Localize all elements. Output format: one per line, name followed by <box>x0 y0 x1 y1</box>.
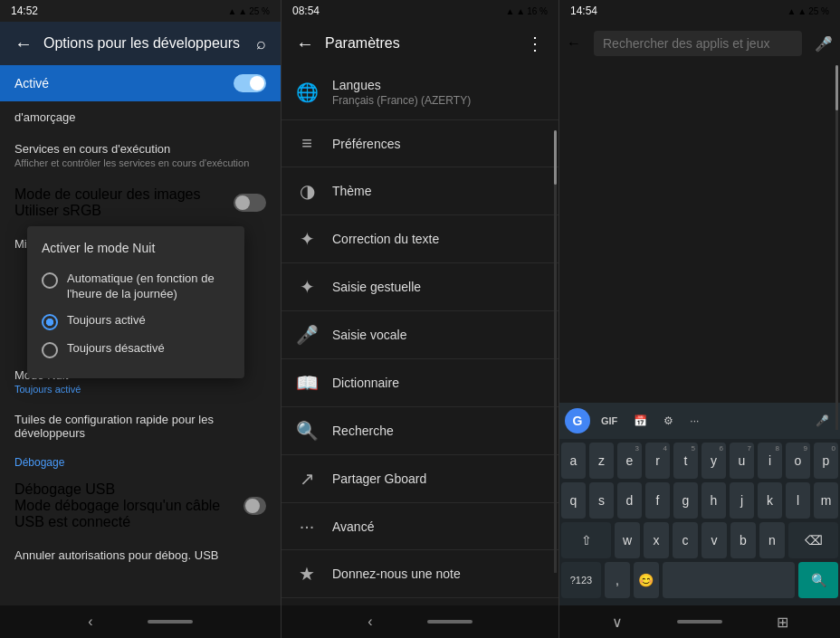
key-comma[interactable]: , <box>605 562 630 598</box>
key-m[interactable]: m <box>814 482 838 519</box>
gif-btn[interactable]: GIF <box>596 412 623 430</box>
active-item[interactable]: Activé <box>0 65 281 101</box>
back-nav-1[interactable]: ‹ <box>88 614 92 630</box>
nav-bar-1: ‹ <box>0 605 281 638</box>
key-d[interactable]: d <box>617 482 642 519</box>
radio-toujours-desactive[interactable]: Toujours désactivé <box>42 336 230 364</box>
langues-text: Langues Français (France) (AZERTY) <box>332 78 471 107</box>
key-x[interactable]: x <box>644 522 669 558</box>
search-input[interactable] <box>603 36 793 51</box>
avance-main: Avancé <box>332 519 374 534</box>
list-item-avance[interactable]: ··· Avancé <box>282 503 558 550</box>
dialog-night-mode: Activer le mode Nuit Automatique (en fon… <box>27 226 244 378</box>
setting-debogage-usb[interactable]: Débogage USB Mode débogage lorsqu'un câb… <box>0 472 281 539</box>
search-bar[interactable] <box>594 31 802 56</box>
list-item-donnez[interactable]: ★ Donnez-nous une note <box>282 550 558 598</box>
menu-icon-2[interactable]: ⋮ <box>519 25 551 62</box>
scrollbar-3[interactable] <box>835 65 838 430</box>
mic-btn[interactable]: 🎤 <box>810 411 835 431</box>
key-b[interactable]: b <box>730 522 756 558</box>
back-nav-2[interactable]: ‹ <box>368 614 372 630</box>
list-item-saisie-vocale[interactable]: 🎤 Saisie vocale <box>282 311 558 359</box>
radio-circle-1[interactable] <box>42 314 58 330</box>
toggle-mode-couleur[interactable] <box>234 194 266 212</box>
key-space[interactable] <box>663 562 795 598</box>
list-item-recherche[interactable]: 🔍 Recherche <box>282 407 558 455</box>
key-k[interactable]: k <box>758 482 782 519</box>
setting-damorçage[interactable]: d'amorçage <box>0 101 281 133</box>
key-t[interactable]: t5 <box>673 443 698 479</box>
key-j[interactable]: j <box>730 482 754 519</box>
mic-icon-search[interactable]: 🎤 <box>815 35 833 52</box>
keyboard-toolbar: G GIF 📅 ⚙ ··· 🎤 <box>559 403 840 439</box>
key-g[interactable]: g <box>673 482 698 519</box>
key-backspace[interactable]: ⌫ <box>788 522 838 558</box>
key-n[interactable]: n <box>759 522 785 558</box>
setting-tuiles[interactable]: Tuiles de configuration rapide pour les … <box>0 404 281 449</box>
key-i[interactable]: i8 <box>758 443 782 479</box>
grid-nav[interactable]: ⊞ <box>777 614 788 631</box>
key-r[interactable]: r4 <box>645 443 670 479</box>
key-f[interactable]: f <box>645 482 670 519</box>
list-item-langues[interactable]: 🌐 Langues Français (France) (AZERTY) <box>282 65 558 120</box>
page-title-2: Paramètres <box>325 35 519 52</box>
key-emoji[interactable]: 😊 <box>634 562 659 598</box>
toggle-active[interactable] <box>234 74 266 92</box>
key-l[interactable]: l <box>786 482 810 519</box>
key-o[interactable]: o9 <box>786 443 810 479</box>
calendar-btn[interactable]: 📅 <box>628 411 653 431</box>
key-u[interactable]: u7 <box>730 443 754 479</box>
list-item-partager[interactable]: ↗ Partager Gboard <box>282 455 558 503</box>
key-numeric[interactable]: ?123 <box>561 562 601 598</box>
search-icon-1[interactable]: ⌕ <box>249 27 273 61</box>
saisie-vocale-main: Saisie vocale <box>332 328 407 342</box>
radio-circle-2[interactable] <box>42 342 58 358</box>
correction-main: Correction du texte <box>332 232 439 246</box>
list-item-saisie-gestuelle[interactable]: ✦ Saisie gestuelle <box>282 263 558 311</box>
donnez-icon: ★ <box>296 563 318 585</box>
setting-sub-2: Utiliser sRGB <box>14 203 200 219</box>
dictionnaire-main: Dictionnaire <box>332 376 399 390</box>
key-shift[interactable]: ⇧ <box>561 522 611 558</box>
key-p[interactable]: p0 <box>814 443 838 479</box>
chevron-down-nav[interactable]: ∨ <box>612 614 623 631</box>
list-item-correction[interactable]: ✦ Correction du texte <box>282 215 558 263</box>
toggle-debogage-usb[interactable] <box>243 497 266 515</box>
radio-circle-0[interactable] <box>42 272 58 289</box>
key-h[interactable]: h <box>702 482 726 519</box>
key-a[interactable]: a <box>561 443 586 479</box>
back-button-1[interactable]: ← <box>7 26 40 62</box>
key-y[interactable]: y6 <box>702 443 726 479</box>
partager-text: Partager Gboard <box>332 471 426 486</box>
saisie-gestuelle-text: Saisie gestuelle <box>332 280 421 294</box>
list-item-theme[interactable]: ◑ Thème <box>282 167 558 215</box>
radio-automatique[interactable]: Automatique (en fonction de l'heure de l… <box>42 266 230 308</box>
langues-main: Langues <box>332 78 471 92</box>
key-c[interactable]: c <box>673 522 698 558</box>
radio-label-2: Toujours désactivé <box>67 341 165 357</box>
key-s[interactable]: s <box>589 482 614 519</box>
list-item-preferences[interactable]: ≡ Préférences <box>282 120 558 167</box>
back-button-3[interactable]: ← <box>567 35 581 52</box>
langues-icon: 🌐 <box>296 81 318 103</box>
setting-sub-1: Afficher et contrôler les services en co… <box>14 157 266 168</box>
google-btn[interactable]: G <box>565 408 590 433</box>
key-z[interactable]: z <box>589 443 614 479</box>
status-bar-3: 14:54 ▲ ▲ 25 % <box>559 0 840 22</box>
debogage-title: Débogage USB <box>14 481 243 498</box>
more-btn[interactable]: ··· <box>684 411 704 431</box>
setting-annuler[interactable]: Annuler autorisations pour débog. USB <box>0 539 281 571</box>
key-e[interactable]: e3 <box>617 443 642 479</box>
settings-btn[interactable]: ⚙ <box>658 411 679 431</box>
key-v[interactable]: v <box>702 522 727 558</box>
radio-toujours-active[interactable]: Toujours activé <box>42 308 230 336</box>
key-w[interactable]: w <box>615 522 640 558</box>
setting-mode-couleur[interactable]: Mode de couleur des images Utiliser sRGB <box>0 177 281 228</box>
panel-2: 08:54 ▲ ▲ 16 % ← Paramètres ⋮ 🌐 Langues … <box>281 0 559 638</box>
scrollbar[interactable] <box>554 130 557 573</box>
key-q[interactable]: q <box>561 482 586 519</box>
setting-services[interactable]: Services en cours d'exécution Afficher e… <box>0 133 281 177</box>
list-item-dictionnaire[interactable]: 📖 Dictionnaire <box>282 359 558 407</box>
back-button-2[interactable]: ← <box>289 26 321 62</box>
key-search[interactable]: 🔍 <box>798 562 838 598</box>
